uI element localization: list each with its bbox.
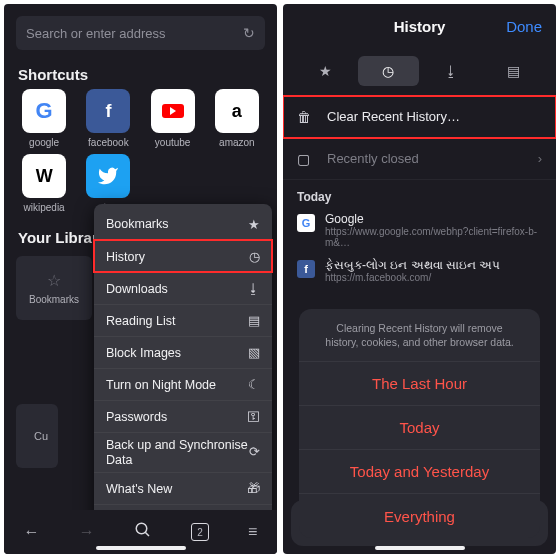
history-entry-title: Google [325, 212, 542, 226]
search-placeholder: Search or enter address [26, 26, 165, 41]
home-indicator [375, 546, 465, 550]
menu-whats-new[interactable]: What's New 🎁︎ [94, 472, 272, 504]
history-entry-url: https://m.facebook.com/ [325, 272, 500, 283]
clock-icon: ◷ [249, 249, 260, 264]
left-screenshot: Search or enter address ↻ Shortcuts G go… [4, 4, 277, 554]
shortcut-label: youtube [155, 137, 191, 148]
history-section-today: Today [283, 180, 556, 208]
menu-sync[interactable]: Back up and Synchronise Data ⟳ [94, 432, 272, 472]
nav-bar: History Done [283, 4, 556, 48]
trash-icon: 🗑 [297, 109, 315, 125]
svg-point-0 [136, 523, 147, 534]
tab-history[interactable]: ◷ [358, 56, 419, 86]
history-list: 🗑 Clear Recent History… ▢ Recently close… [283, 96, 556, 289]
search-button[interactable] [134, 521, 152, 543]
download-icon: ⭳ [247, 281, 260, 296]
done-button[interactable]: Done [506, 18, 542, 35]
menu-night-mode[interactable]: Turn on Night Mode ☾ [94, 368, 272, 400]
menu-button[interactable]: ≡ [248, 523, 257, 541]
shortcut-youtube[interactable]: youtube [141, 89, 205, 148]
clear-today[interactable]: Today [299, 406, 540, 450]
recently-closed[interactable]: ▢ Recently closed › [283, 138, 556, 180]
page-title: History [394, 18, 446, 35]
tab-reading-list[interactable]: ▤ [483, 56, 544, 86]
shortcut-facebook[interactable]: f facebook [76, 89, 140, 148]
history-entry-url: https://www.google.com/webhp?client=fire… [325, 226, 542, 248]
shortcut-label: amazon [219, 137, 255, 148]
shortcut-amazon[interactable]: a amazon [205, 89, 269, 148]
library-cu-card[interactable]: Cu [16, 404, 58, 468]
menu-downloads[interactable]: Downloads ⭳ [94, 272, 272, 304]
sync-icon: ⟳ [249, 445, 260, 460]
history-entry[interactable]: G Google https://www.google.com/webhp?cl… [283, 208, 556, 254]
tab-downloads[interactable]: ⭳ [421, 56, 482, 86]
reading-list-icon: ▤ [248, 313, 260, 328]
home-indicator [96, 546, 186, 550]
menu-history[interactable]: History ◷ [94, 240, 272, 272]
clear-everything[interactable]: Everything [299, 494, 540, 538]
twitter-icon [86, 154, 130, 198]
library-bookmarks-card[interactable]: ☆ Bookmarks [16, 256, 92, 320]
block-images-icon: ▧ [248, 345, 260, 360]
chevron-right-icon: › [538, 151, 542, 166]
library-card-label: Bookmarks [29, 294, 79, 305]
history-entry[interactable]: f ફેસબુક-લોગ ઇન અથવા સાઇન અપ https://m.f… [283, 254, 556, 289]
menu-reading-list[interactable]: Reading List ▤ [94, 304, 272, 336]
forward-button[interactable]: → [79, 523, 95, 541]
shortcut-label: wikipedia [24, 202, 65, 213]
clear-last-hour[interactable]: The Last Hour [299, 362, 540, 406]
key-icon: ⚿ [247, 409, 260, 424]
svg-line-1 [145, 532, 149, 536]
facebook-icon: f [86, 89, 130, 133]
clear-today-yesterday[interactable]: Today and Yesterday [299, 450, 540, 494]
clear-recent-history[interactable]: 🗑 Clear Recent History… [283, 96, 556, 138]
wikipedia-icon: W [22, 154, 66, 198]
address-bar[interactable]: Search or enter address ↻ [16, 16, 265, 50]
tab-bookmarks[interactable]: ★ [295, 56, 356, 86]
right-screenshot: History Done ★ ◷ ⭳ ▤ 🗑 Clear Recent Hist… [283, 4, 556, 554]
menu-block-images[interactable]: Block Images ▧ [94, 336, 272, 368]
star-icon: ★ [248, 217, 260, 232]
youtube-icon [162, 104, 184, 118]
gift-icon: 🎁︎ [247, 481, 260, 496]
favicon-google: G [297, 214, 315, 232]
library-tabs: ★ ◷ ⭳ ▤ [295, 56, 544, 86]
moon-icon: ☾ [248, 377, 260, 392]
shortcuts-heading: Shortcuts [18, 66, 263, 83]
reload-icon[interactable]: ↻ [243, 25, 255, 41]
amazon-icon: a [215, 89, 259, 133]
back-button[interactable]: ← [24, 523, 40, 541]
overflow-menu: Bookmarks ★ History ◷ Downloads ⭳ Readin… [94, 204, 272, 540]
favicon-facebook: f [297, 260, 315, 278]
shortcuts-grid: G google f facebook youtube a amazon W w… [4, 89, 277, 213]
star-icon: ☆ [47, 271, 61, 290]
sheet-header: Clearing Recent History will remove hist… [299, 309, 540, 362]
window-icon: ▢ [297, 151, 315, 167]
shortcut-label: facebook [88, 137, 129, 148]
shortcut-label: google [29, 137, 59, 148]
clear-history-sheet: Clearing Recent History will remove hist… [291, 492, 548, 546]
tabs-button[interactable]: 2 [191, 523, 209, 541]
menu-bookmarks[interactable]: Bookmarks ★ [94, 208, 272, 240]
google-icon: G [36, 98, 53, 124]
shortcut-wikipedia[interactable]: W wikipedia [12, 154, 76, 213]
history-entry-title: ફેસબુક-લોગ ઇન અથવા સાઇન અપ [325, 258, 500, 272]
menu-passwords[interactable]: Passwords ⚿ [94, 400, 272, 432]
shortcut-google[interactable]: G google [12, 89, 76, 148]
